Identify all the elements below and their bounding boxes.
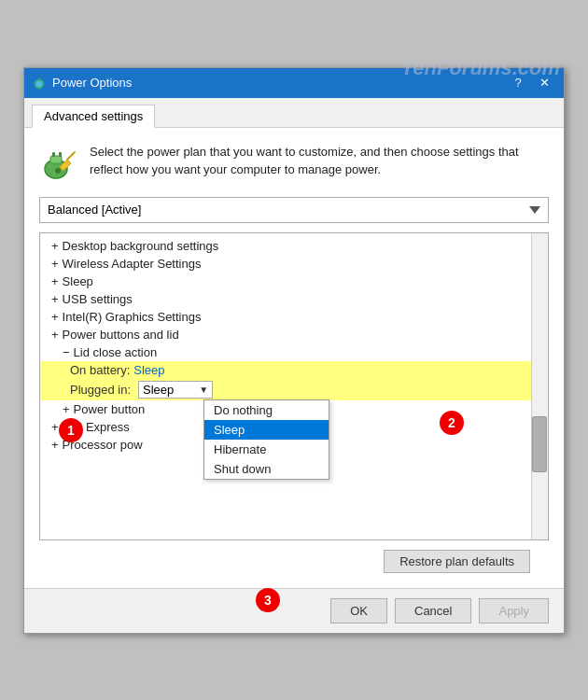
svg-rect-5 xyxy=(52,152,55,157)
option-shut-down[interactable]: Shut down xyxy=(204,459,329,479)
on-battery-inline: On battery: Sleep xyxy=(40,361,548,379)
power-plug-icon xyxy=(39,143,78,182)
plan-select[interactable]: Balanced [Active] xyxy=(39,197,549,223)
plugged-in-row: Plugged in: Sleep ▼ xyxy=(40,379,548,400)
ok-button[interactable]: OK xyxy=(330,598,387,623)
svg-point-7 xyxy=(55,168,61,174)
list-item-sleep[interactable]: Sleep xyxy=(40,273,548,290)
title-bar-controls: ? ✕ xyxy=(506,74,556,92)
plugged-in-inline: Plugged in: Sleep ▼ xyxy=(40,379,548,400)
main-content: Select the power plan that you want to c… xyxy=(24,128,564,588)
plugged-in-label: Plugged in: xyxy=(70,383,131,397)
svg-rect-6 xyxy=(59,152,62,157)
tab-bar: Advanced settings xyxy=(24,98,564,128)
list-item-lid-close[interactable]: Lid close action xyxy=(40,343,548,361)
header-description: Select the power plan that you want to c… xyxy=(90,143,549,179)
on-battery-value: Sleep xyxy=(133,363,164,377)
svg-rect-4 xyxy=(50,156,62,163)
list-item-usb[interactable]: USB settings xyxy=(40,290,548,308)
list-item-desktop[interactable]: Desktop background settings xyxy=(40,237,548,255)
window-title: Power Options xyxy=(52,76,506,90)
dropdown-popup: Do nothing Sleep Hibernate Shut down xyxy=(203,399,329,480)
tab-advanced-settings[interactable]: Advanced settings xyxy=(32,105,155,128)
option-do-nothing[interactable]: Do nothing xyxy=(204,400,329,420)
title-bar: Power Options ? ✕ xyxy=(24,68,564,98)
on-battery-label: On battery: xyxy=(70,363,130,377)
plan-dropdown-row: Balanced [Active] xyxy=(39,197,549,223)
list-item-wireless[interactable]: Wireless Adapter Settings xyxy=(40,255,548,273)
plugged-in-dropdown[interactable]: Sleep ▼ xyxy=(138,381,213,399)
restore-defaults-button[interactable]: Restore plan defaults xyxy=(384,550,530,573)
scrollbar-track[interactable] xyxy=(531,233,548,539)
restore-row: Restore plan defaults xyxy=(39,550,549,573)
dropdown-arrow-icon: ▼ xyxy=(199,385,208,395)
cancel-button[interactable]: Cancel xyxy=(395,598,471,623)
list-item-intel[interactable]: Intel(R) Graphics Settings xyxy=(40,308,548,326)
scrollbar-thumb[interactable] xyxy=(532,416,547,472)
header-section: Select the power plan that you want to c… xyxy=(39,143,549,182)
list-item-power-buttons[interactable]: Power buttons and lid xyxy=(40,326,548,343)
svg-point-2 xyxy=(36,81,42,87)
option-hibernate[interactable]: Hibernate xyxy=(204,440,329,459)
option-sleep[interactable]: Sleep xyxy=(204,420,329,440)
close-button[interactable]: ✕ xyxy=(532,74,556,92)
plugged-in-value: Sleep xyxy=(143,383,174,397)
settings-box: Desktop background settings Wireless Ada… xyxy=(39,232,549,540)
badge-1: 1 xyxy=(59,418,83,442)
settings-list: Desktop background settings Wireless Ada… xyxy=(40,233,548,539)
power-options-window: Power Options ? ✕ Advanced settings TenF… xyxy=(23,67,565,634)
help-button[interactable]: ? xyxy=(506,74,530,92)
apply-button[interactable]: Apply xyxy=(479,598,549,623)
footer: 3 OK Cancel Apply xyxy=(24,588,564,633)
on-battery-row: On battery: Sleep xyxy=(40,361,548,379)
badge-3: 3 xyxy=(256,588,280,612)
badge-2: 2 xyxy=(440,411,464,435)
power-icon-title xyxy=(32,76,47,91)
